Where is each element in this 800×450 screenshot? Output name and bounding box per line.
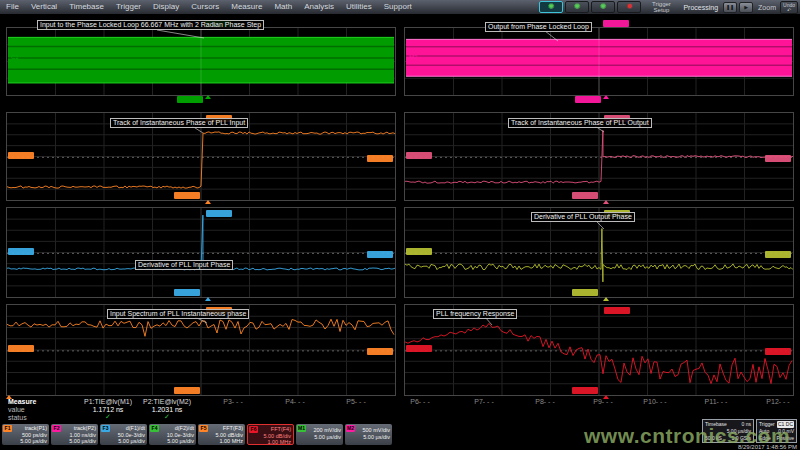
level-marker-f6[interactable] [406, 345, 432, 352]
watermark: www.cntronics.com [584, 424, 790, 448]
menu-math[interactable]: Math [268, 0, 298, 14]
measure-param-12[interactable]: P12- - - [766, 398, 789, 406]
pause-button[interactable]: ❚❚ [723, 2, 737, 13]
menu-file[interactable]: File [0, 0, 25, 14]
level-marker-f4[interactable] [765, 251, 791, 258]
grid-f6: PLL frequency Response [404, 304, 794, 396]
measure-param-6[interactable]: P6- - - [410, 398, 429, 406]
level-marker-m2[interactable] [603, 20, 629, 27]
trigger-position-marker-f5[interactable] [6, 395, 12, 399]
trigger-position-marker-f2[interactable] [603, 200, 609, 204]
trigger-position-marker-f6[interactable] [603, 395, 609, 399]
level-marker-f1[interactable] [174, 192, 200, 199]
measure-param-11[interactable]: P11- - - [705, 398, 728, 406]
menu-cursors[interactable]: Cursors [185, 0, 225, 14]
measure-param-5[interactable]: P5- - - [346, 398, 365, 406]
measure-row-label: value [8, 406, 25, 414]
level-marker-f5[interactable] [174, 387, 200, 394]
autosetup-icon[interactable]: ✺ [539, 1, 563, 13]
brand-logo: TELEDYNE LECROY [3, 443, 74, 450]
menu-measure[interactable]: Measure [225, 0, 268, 14]
menu-support[interactable]: Support [378, 0, 418, 14]
annotation-f6: PLL frequency Response [433, 309, 517, 319]
level-marker-c1[interactable] [177, 96, 203, 103]
level-marker-f3[interactable] [174, 289, 200, 296]
descriptor-f6[interactable]: F6FFT(F4)5.00 dB/div1.00 MHz [247, 424, 294, 445]
measure-icon[interactable]: ✺ [591, 1, 615, 13]
measure-param-8[interactable]: P8- - - [535, 398, 554, 406]
descriptor-tab-m1: M1 [297, 425, 306, 432]
level-marker-m2[interactable] [575, 96, 601, 103]
level-marker-f1[interactable] [8, 152, 34, 159]
measure-param-9[interactable]: P9- - - [593, 398, 612, 406]
grid-f1: Track of Instantaneous Phase of PLL Inpu… [6, 112, 396, 201]
trigger-position-marker-c1[interactable] [205, 95, 211, 99]
annotation-f3: Derivative of PLL Input Phase [135, 260, 233, 270]
processing-label: Processing [683, 4, 718, 11]
waveform-f3 [7, 208, 395, 297]
annotation-f2: Track of Instantaneous Phase of PLL Outp… [508, 118, 652, 128]
trigger-setup-button[interactable]: Trigger Setup [646, 1, 676, 13]
trigger-position-marker-f4[interactable] [603, 297, 609, 301]
level-marker-f2[interactable] [406, 152, 432, 159]
measure-status-2: ✓ [164, 413, 170, 421]
level-marker-f6[interactable] [765, 348, 791, 355]
descriptor-m1[interactable]: M1200 mV/div5.00 µs/div [296, 424, 343, 445]
level-marker-f3[interactable] [8, 248, 34, 255]
descriptor-f4[interactable]: F4d(F2)/dt10.0e-3/div5.00 µs/div [149, 424, 196, 445]
level-marker-f4[interactable] [572, 289, 598, 296]
descriptor-f1[interactable]: F1track(P1)500 ps/div5.00 µs/div [2, 424, 49, 445]
menu-display[interactable]: Display [147, 0, 185, 14]
measure-param-2[interactable]: P2:TIE@lv(M2) [143, 398, 191, 406]
menu-analysis[interactable]: Analysis [298, 0, 340, 14]
grid-f3: Derivative of PLL Input Phase [6, 207, 396, 298]
trigger-position-marker-m2[interactable] [603, 95, 609, 99]
trigger-position-marker-f3[interactable] [205, 297, 211, 301]
trigger-position-marker-f1[interactable] [205, 200, 211, 204]
measure-row-label: status [8, 414, 27, 422]
measure-param-1[interactable]: P1:TIE@lv(M1) [84, 398, 132, 406]
descriptor-f3-line1: d(F1)/dt [126, 425, 145, 431]
waveform-c1 [7, 28, 395, 95]
descriptor-tab-f3: F3 [101, 425, 110, 432]
menu-timebase[interactable]: Timebase [63, 0, 110, 14]
analysis-icon[interactable]: ✺ [565, 1, 589, 13]
menu-vertical[interactable]: Vertical [25, 0, 63, 14]
measure-param-3[interactable]: P3- - - [223, 398, 242, 406]
level-marker-f4[interactable] [406, 248, 432, 255]
toolbar: ✺✺✺✹ Trigger Setup Processing ❚❚ ▶ Zoom … [539, 0, 800, 14]
measure-row-label: Measure [8, 398, 36, 406]
level-marker-f3[interactable] [367, 251, 393, 258]
undo-icon: ↶ [787, 7, 791, 13]
level-marker-f6[interactable] [572, 387, 598, 394]
descriptor-tab-f6: F6 [249, 426, 258, 433]
menu-trigger[interactable]: Trigger [110, 0, 147, 14]
level-marker-f6[interactable] [604, 307, 630, 314]
descriptor-m1-line1: 200 mV/div [313, 427, 341, 433]
level-marker-f3[interactable] [206, 210, 232, 217]
descriptor-f5[interactable]: F5FFT(F3)5.00 dB/div1.00 MHz [198, 424, 245, 445]
menu-utilities[interactable]: Utilities [340, 0, 378, 14]
descriptor-f3[interactable]: F3d(F1)/dt50.0e-3/div5.00 µs/div [100, 424, 147, 445]
channel-label-m2: M2 [409, 54, 417, 60]
descriptor-tab-f1: F1 [3, 425, 12, 432]
undo-button[interactable]: Undo ↶ [780, 1, 798, 14]
record-icon[interactable]: ✹ [617, 1, 641, 13]
grid-m2: Output from Phase Locked LoopM2 [404, 27, 794, 96]
zoom-label: Zoom [758, 4, 776, 11]
level-marker-f1[interactable] [367, 155, 393, 162]
descriptor-f1-line1: track(P1) [25, 425, 47, 431]
descriptor-f2-line1: track(P2) [74, 425, 96, 431]
measure-param-10[interactable]: P10- - - [643, 398, 666, 406]
play-button[interactable]: ▶ [739, 2, 753, 13]
level-marker-f5[interactable] [367, 348, 393, 355]
waveform-m2 [405, 28, 793, 95]
measure-param-4[interactable]: P4- - - [285, 398, 304, 406]
descriptor-m2[interactable]: M2500 mV/div5.00 µs/div [345, 424, 392, 445]
measure-param-7[interactable]: P7- - - [474, 398, 493, 406]
level-marker-f2[interactable] [572, 192, 598, 199]
level-marker-f2[interactable] [765, 155, 791, 162]
descriptor-f2[interactable]: F2track(P2)1.00 ns/div5.00 µs/div [51, 424, 98, 445]
descriptor-m2-line1: 500 mV/div [362, 427, 390, 433]
level-marker-f5[interactable] [8, 345, 34, 352]
